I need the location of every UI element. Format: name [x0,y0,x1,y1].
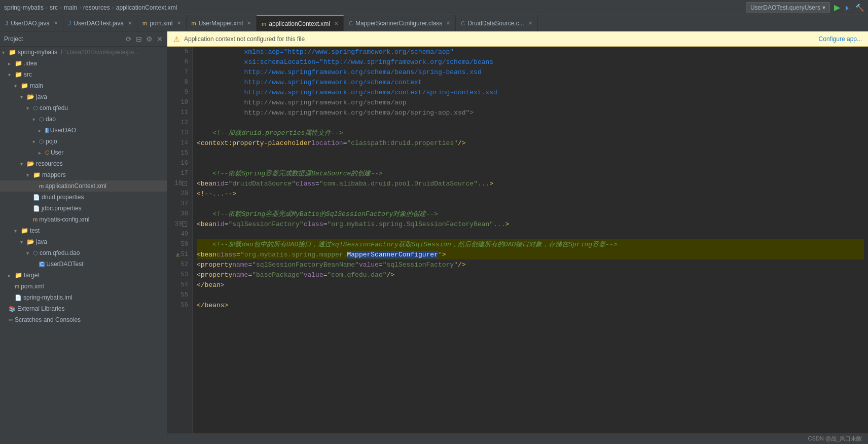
tree-item-test[interactable]: ▾📁test [0,225,167,236]
tab-close-icon[interactable]: ✕ [334,21,338,26]
code-line-39: <bean id="sqlSessionFactory" class="org.… [197,219,864,229]
tree-path: E:\Java2010\workspace\pa... [61,49,139,56]
code-line-8: http://www.springframework.org/schema/co… [197,77,864,87]
main-layout: Project ⟳ ⊟ ⚙ ✕ ▾📁spring-mybatisE:\Java2… [0,31,868,444]
tree-arrow: ▾ [26,105,31,111]
tree-item-idea[interactable]: ▸📁.idea [0,58,167,69]
tree-label: .idea [24,60,37,67]
iml-icon: 📄 [15,294,22,301]
tree-label: pojo [46,138,57,145]
sync-icon[interactable]: ⟳ [126,35,132,43]
line-number-16: 16 [167,158,192,168]
run-config-selector[interactable]: UserDAOTest.queryUsers ▾ [746,2,830,13]
code-line-55 [197,290,864,300]
props-icon: 📄 [33,194,40,201]
tree-item-User[interactable]: ▸CUser [0,147,167,158]
tab-usermapper-xml[interactable]: m UserMapper.xml ✕ [187,15,257,31]
java-test-icon: C [39,262,45,267]
tree-label: druid.properties [42,194,84,201]
tree-item-src[interactable]: ▾📁src [0,69,167,80]
scratch-icon: ✏ [9,317,13,323]
tab-label: UserMapper.xml [199,20,243,27]
tree-item-applicationContext[interactable]: mapplicationContext.xml [0,180,167,192]
tab-close-icon[interactable]: ✕ [247,20,251,26]
line-number-12: 12 [167,118,192,128]
collapse-icon[interactable]: ⊟ [136,35,142,43]
code-line-5: xmlns:aop="http://www.springframework.or… [197,47,864,57]
code-content[interactable]: xmlns:aop="http://www.springframework.or… [193,47,868,433]
tree-item-UserDAOTest[interactable]: CUserDAOTest [0,258,167,270]
tree-item-pojo[interactable]: ▾⬡pojo [0,136,167,147]
run-button[interactable]: ▶ [834,3,840,12]
folder-icon: 📁 [15,71,22,78]
debug-button[interactable]: ⏵ [844,4,851,12]
tab-close-icon[interactable]: ✕ [446,20,450,26]
tab-appcontext-xml[interactable]: m applicationContext.xml ✕ [257,15,344,31]
tree-item-druid-props[interactable]: 📄druid.properties [0,192,167,203]
tree-item-external-libs[interactable]: 📚External Libraries [0,303,167,314]
tab-userdaotest-java[interactable]: J UserDAOTest.java ✕ [63,15,137,31]
line-number-17: 17 [167,168,192,178]
tree-label: User [51,149,63,156]
tree-item-resources[interactable]: ▾📂resources [0,158,167,169]
title-bar: spring-mybatis › src › main › resources … [0,0,868,15]
tab-druiddatasource-class[interactable]: C DruidDataSource.c... ✕ [456,15,537,31]
tree-item-test-java[interactable]: ▾📂java [0,236,167,247]
tree-label: java [36,93,47,100]
tree-item-target[interactable]: ▸📁target [0,270,167,281]
settings-icon[interactable]: ⚙ [146,35,153,43]
tree-item-java[interactable]: ▾📂java [0,91,167,102]
fold-marker[interactable]: - [182,181,187,186]
tree-label: main [30,82,43,89]
tree-label: applicationContext.xml [45,182,106,190]
folder-icon: 📁 [15,60,22,67]
code-line-15 [197,148,864,158]
code-editor: 56789101112131415161718 -29373839 -4950⚠… [167,47,868,433]
code-line-16 [197,158,864,168]
tree-item-scratches[interactable]: ✏Scratches and Consoles [0,314,167,325]
tree-item-mappers[interactable]: ▾📁mappers [0,169,167,180]
line-number-29: 29 [167,189,192,199]
tree-item-spring-mybatis[interactable]: ▾📁spring-mybatisE:\Java2010\workspace\pa… [0,47,167,58]
tree-item-com-qfedu[interactable]: ▾⬡com.qfedu [0,102,167,114]
status-bar: CSDN @品_风口未醒 [167,433,868,444]
code-line-49 [197,229,864,239]
tree-item-mybatis-config[interactable]: mmybatis-config.xml [0,214,167,225]
tree-item-com-qfedu-dao[interactable]: ▾⬡com.qfedu.dao [0,247,167,258]
line-number-13: 13 [167,128,192,138]
tree-item-UserDAO[interactable]: ▸IUserDAO [0,125,167,136]
tab-mapperscanner-class[interactable]: C MapperScannerConfigurer.class ✕ [344,15,456,31]
tree-arrow: ▾ [20,239,25,245]
tab-pom-xml[interactable]: m pom.xml ✕ [137,15,187,31]
tab-close-icon[interactable]: ✕ [528,20,532,26]
tab-label: MapperScannerConfigurer.class [355,20,442,27]
folder-blue-icon: 📂 [27,238,34,245]
sidebar-close-icon[interactable]: ✕ [157,35,163,43]
code-line-7: http://www.springframework.org/schema/be… [197,67,864,77]
tree-arrow: ▾ [14,83,19,89]
line-number-18: 18 - [167,178,192,189]
line-number-56: 56 [167,300,192,310]
tree-label: dao [46,116,56,123]
tab-userdao-java[interactable]: J UserDAO.java ✕ [0,15,63,31]
configure-link[interactable]: Configure app... [819,35,862,43]
tree-item-pom-xml-tree[interactable]: mpom.xml [0,281,167,292]
code-line-13: <!--加载druid.properties属性文件--> [197,128,864,138]
tree-item-jdbc-props[interactable]: 📄jdbc.properties [0,203,167,214]
tab-close-icon[interactable]: ✕ [177,20,181,26]
build-button[interactable]: 🔨 [855,4,864,12]
tree-label: resources [36,160,63,167]
tab-icon: C [461,20,465,26]
line-number-7: 7 [167,67,192,77]
tree-label: mybatis-config.xml [39,216,89,223]
fold-marker[interactable]: - [182,221,187,227]
line-number-39: 39 - [167,219,192,229]
tree-item-spring-mybatis-iml[interactable]: 📄spring-mybatis.iml [0,292,167,303]
tab-close-icon[interactable]: ✕ [128,20,132,26]
code-line-11: http://www.springframework.org/schema/ao… [197,107,864,118]
tree-item-dao[interactable]: ▾⬡dao [0,114,167,125]
tab-close-icon[interactable]: ✕ [54,20,58,26]
tree-item-main[interactable]: ▾📁main [0,80,167,91]
package-icon: ⬡ [39,138,44,145]
warning-banner: ⚠ Application context not configured for… [167,31,868,47]
